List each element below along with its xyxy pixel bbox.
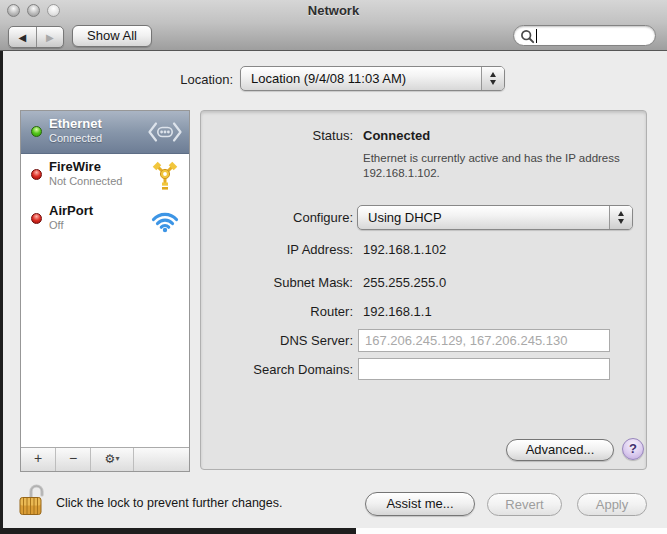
forward-icon: ▶ (46, 32, 54, 43)
ethernet-icon (147, 117, 183, 147)
forward-button[interactable]: ▶ (37, 27, 64, 47)
revert-button[interactable]: Revert (487, 493, 562, 516)
screen-edge-bottom-light (356, 528, 667, 534)
interface-name: FireWire (49, 159, 101, 174)
interface-status: Connected (49, 132, 102, 144)
advanced-button[interactable]: Advanced... (506, 439, 614, 461)
status-dot-green (31, 126, 42, 137)
sidebar-item-ethernet[interactable]: Ethernet Connected (21, 111, 189, 154)
interface-name: Ethernet (49, 116, 102, 131)
location-popup-value: Location (9/4/08 11:03 AM) (251, 67, 406, 90)
apply-button[interactable]: Apply (577, 493, 647, 516)
router-label: Router: (201, 304, 353, 319)
firewire-icon (147, 161, 183, 191)
configure-label: Configure: (201, 210, 353, 225)
interface-status: Off (49, 219, 63, 231)
search-field[interactable] (513, 25, 656, 46)
status-value: Connected (363, 128, 430, 143)
status-label: Status: (201, 128, 353, 143)
screen-edge-bottom-dark (0, 528, 356, 534)
nav-segmented-control: ◀ ▶ (8, 26, 64, 48)
assist-me-button[interactable]: Assist me... (365, 492, 475, 516)
dns-server-field-wrap (358, 329, 610, 352)
search-domains-label: Search Domains: (201, 362, 353, 377)
configure-popup-value: Using DHCP (368, 206, 442, 229)
location-popup[interactable]: Location (9/4/08 11:03 AM) (240, 66, 505, 91)
router-value: 192.168.1.1 (363, 304, 432, 319)
back-icon: ◀ (18, 32, 26, 43)
interface-status: Not Connected (49, 175, 122, 187)
lock-caption: Click the lock to prevent further change… (56, 496, 283, 510)
dns-server-label: DNS Server: (201, 333, 353, 348)
window-chrome: Network ◀ ▶ Show All (0, 0, 667, 51)
chevron-down-icon: ▾ (115, 454, 119, 463)
ip-address-label: IP Address: (201, 242, 353, 257)
interface-list: Ethernet Connected FireWire Not Connecte… (20, 110, 190, 472)
search-input[interactable] (540, 27, 654, 46)
text-caret (536, 29, 537, 43)
location-label: Location: (60, 72, 233, 87)
dns-server-input[interactable] (359, 330, 609, 351)
status-dot-red (31, 213, 42, 224)
sidebar-item-airport[interactable]: AirPort Off (21, 198, 189, 242)
subnet-mask-value: 255.255.255.0 (363, 275, 446, 290)
airport-icon (147, 205, 183, 235)
status-description: Ethernet is currently active and has the… (363, 151, 643, 181)
subnet-mask-label: Subnet Mask: (201, 275, 353, 290)
search-icon (520, 29, 535, 44)
screen-edge-left (0, 51, 3, 528)
back-button[interactable]: ◀ (9, 27, 37, 47)
lock-icon[interactable] (17, 482, 49, 519)
window-title: Network (0, 3, 667, 18)
show-all-button[interactable]: Show All (72, 25, 152, 47)
list-action-bar: + − ⚙▾ (21, 447, 189, 471)
action-menu-button[interactable]: ⚙▾ (91, 448, 134, 471)
network-preferences-window: Network ◀ ▶ Show All Location: Location … (0, 0, 667, 534)
remove-interface-button[interactable]: − (56, 448, 91, 471)
search-domains-input[interactable] (359, 359, 609, 379)
status-dot-red (31, 169, 42, 180)
gear-icon: ⚙ (105, 452, 116, 466)
help-button[interactable]: ? (622, 438, 644, 460)
popup-stepper-icon (481, 67, 504, 90)
popup-stepper-icon (609, 206, 632, 229)
settings-panel: Status: Connected Ethernet is currently … (200, 110, 647, 470)
add-interface-button[interactable]: + (21, 448, 56, 471)
search-domains-field-wrap (358, 358, 610, 380)
configure-popup[interactable]: Using DHCP (357, 205, 633, 230)
sidebar-item-firewire[interactable]: FireWire Not Connected (21, 154, 189, 198)
ip-address-value: 192.168.1.102 (363, 242, 446, 257)
interface-name: AirPort (49, 203, 93, 218)
